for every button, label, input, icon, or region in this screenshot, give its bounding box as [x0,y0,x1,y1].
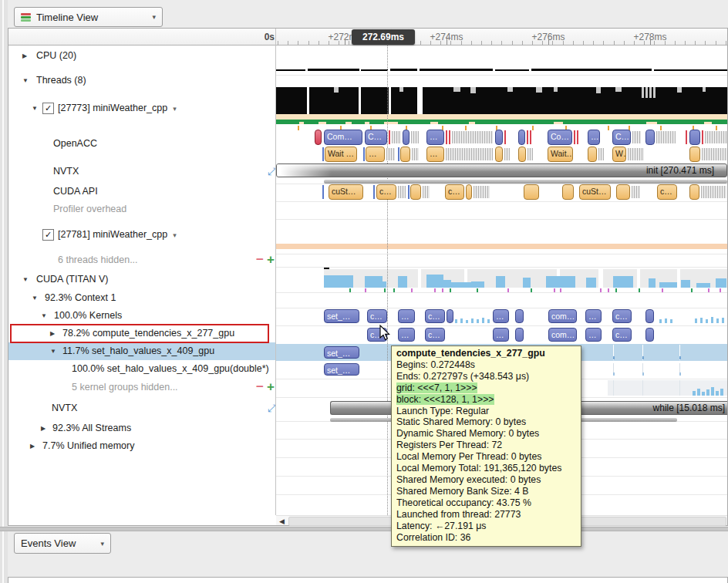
kernels-all[interactable] [515,309,524,323]
kernels-all[interactable]: c… [425,309,445,323]
openacc-compute[interactable] [645,130,655,145]
resize-track-icon[interactable]: ⤢ [268,402,275,415]
hide-rows-icon[interactable]: − [256,379,264,395]
openacc-wait[interactable]: Wait … [325,147,357,162]
thread-checkbox[interactable]: ✓ [42,103,54,114]
openacc-compute[interactable]: Co… [548,130,572,145]
sidebar-row-thread-27781[interactable]: ✓[27781] miniWeather_cpp▾ [8,226,275,244]
kernels-compute-tendencies[interactable]: c… [612,328,632,342]
sidebar-row-nvtx-27773[interactable]: NVTX⤢ [8,163,275,180]
kernels-all[interactable]: com… [548,309,577,323]
thread-27773-activity [318,122,326,124]
kernels-all[interactable]: c… [612,309,632,323]
row-options-chevron-icon[interactable]: ▾ [173,105,177,113]
openacc-wait[interactable]: W… [612,147,626,162]
cuda-api-calls[interactable] [616,184,630,200]
openacc-compute[interactable] [689,130,700,145]
resize-track-icon[interactable]: ⤢ [268,165,275,178]
sidebar-row-nvtx-gpu[interactable]: NVTX⤢ [8,399,275,417]
sidebar-row-cuda-titan-v[interactable]: ▼CUDA (TITAN V) [8,271,275,288]
expand-arrow-icon[interactable]: ▶ [22,52,27,59]
kernels-all[interactable] [645,309,654,323]
kernels-compute-tendencies[interactable] [515,328,524,342]
cuda-api-calls[interactable] [466,184,472,200]
cuda-api-calls[interactable] [524,184,539,200]
openacc-compute[interactable]: … [588,130,600,145]
openacc-wait[interactable]: … [366,147,385,162]
panel-divider[interactable] [0,527,728,531]
sidebar-row-context-1[interactable]: ▼92.3% Context 1 [8,289,275,307]
cuda-api-calls[interactable] [689,184,699,200]
expand-arrow-icon[interactable]: ▶ [30,443,35,450]
kernels-set-halo-double[interactable]: set_… [324,363,359,376]
kernels-all[interactable]: c… [367,309,387,323]
nvtx-init-range[interactable]: init [270.471 ms] [276,163,727,177]
openacc-compute[interactable]: C… [365,130,387,145]
cuda-api-calls[interactable]: c… [445,184,464,200]
sidebar-row-kernel-groups-hidden[interactable]: 5 kernel groups hidden...−+ [8,379,275,396]
collapse-arrow-icon[interactable]: ▼ [50,348,56,355]
sidebar-row-all-streams[interactable]: ▶92.3% All Streams [8,420,275,437]
openacc-compute[interactable]: … [426,130,444,145]
openacc-wait[interactable] [495,147,503,162]
kernels-all[interactable] [447,309,453,323]
sidebar-row-kernel-set-halo-double[interactable]: 100.0% set_halo_values_x_409_gpu(double*… [8,360,275,378]
kernels-compute-tendencies[interactable] [645,328,654,342]
show-rows-icon[interactable]: + [267,379,275,395]
collapse-arrow-icon[interactable]: ▼ [22,77,29,84]
thread-checkbox[interactable]: ✓ [42,229,54,241]
openacc-wait[interactable]: Wait… [548,147,573,162]
kernels-compute-tendencies[interactable]: c… [425,328,445,342]
sidebar-row-openacc[interactable]: OpenACC [8,135,275,153]
openacc-wait[interactable]: … [426,147,444,162]
openacc-wait[interactable] [588,147,597,162]
sidebar-row-kernels[interactable]: ▼100.0% Kernels [8,307,275,325]
kernels-all[interactable]: … [585,309,602,323]
openacc-compute[interactable] [518,130,525,145]
cuda-api-calls[interactable]: c… [376,184,396,200]
sidebar-row-kernel-set-halo[interactable]: ▼11.7% set_halo_values_x_409_gpu [8,342,275,360]
sidebar-row-unified-memory[interactable]: ▶7.7% Unified memory [8,437,275,455]
kernels-compute-tendencies[interactable]: … [398,328,415,342]
cuda-api-calls[interactable] [562,184,574,200]
openacc-compute[interactable] [315,130,322,145]
openacc-compute[interactable]: Com… [324,130,362,145]
kernels-set-halo[interactable]: set_… [324,346,359,359]
openacc-compute[interactable] [403,130,410,145]
scroll-left-arrow-icon[interactable]: ◀ [279,517,285,525]
kernels-compute-tendencies[interactable]: … [493,328,509,342]
collapse-arrow-icon[interactable]: ▼ [32,105,38,112]
openacc-wait[interactable] [689,147,700,162]
sidebar-row-cuda-api[interactable]: CUDA API [8,183,275,201]
openacc-compute[interactable]: C… [612,130,631,145]
kernels-compute-tendencies[interactable]: com… [548,328,577,342]
kernels-all[interactable]: set_… [324,309,359,323]
timeline-view-dropdown[interactable]: Timeline View ▾ [14,7,163,27]
collapse-arrow-icon[interactable]: ▼ [32,295,38,302]
collapse-arrow-icon[interactable]: ▼ [22,276,29,283]
cuda-api-calls[interactable] [410,184,421,200]
sidebar-row-profiler-overhead[interactable]: Profiler overhead [8,201,275,218]
cuda-api-calls[interactable]: c… [657,184,677,200]
expand-arrow-icon[interactable]: ▶ [41,425,46,432]
sidebar-row-threads[interactable]: ▼Threads (8) [8,72,275,89]
kernels-compute-tendencies[interactable]: … [585,328,602,342]
left-scroll-strip[interactable] [0,0,8,583]
sidebar-row-thread-27773[interactable]: ▼✓[27773] miniWeather_cpp▾ [8,99,275,117]
cuda-api-calls[interactable]: cuSt… [579,184,611,200]
cuda-api-calls[interactable]: cuSt… [329,184,363,200]
openacc-compute[interactable] [495,130,503,145]
show-rows-icon[interactable]: + [267,252,275,268]
sidebar-row-cpu[interactable]: ▶CPU (20) [8,47,275,65]
events-view-dropdown[interactable]: Events View ▾ [14,533,111,554]
openacc-wait[interactable] [400,147,410,162]
openacc-wait[interactable] [518,147,526,162]
sidebar-row-threads-hidden[interactable]: 6 threads hidden...−+ [8,251,275,269]
kernels-all[interactable]: … [493,309,509,323]
collapse-arrow-icon[interactable]: ▼ [41,312,47,319]
row-options-chevron-icon[interactable]: ▾ [173,231,177,239]
kernels-all[interactable]: … [398,309,415,323]
openacc-wait [527,148,533,160]
hide-rows-icon[interactable]: − [256,252,264,268]
gpu-utilization [613,276,633,288]
